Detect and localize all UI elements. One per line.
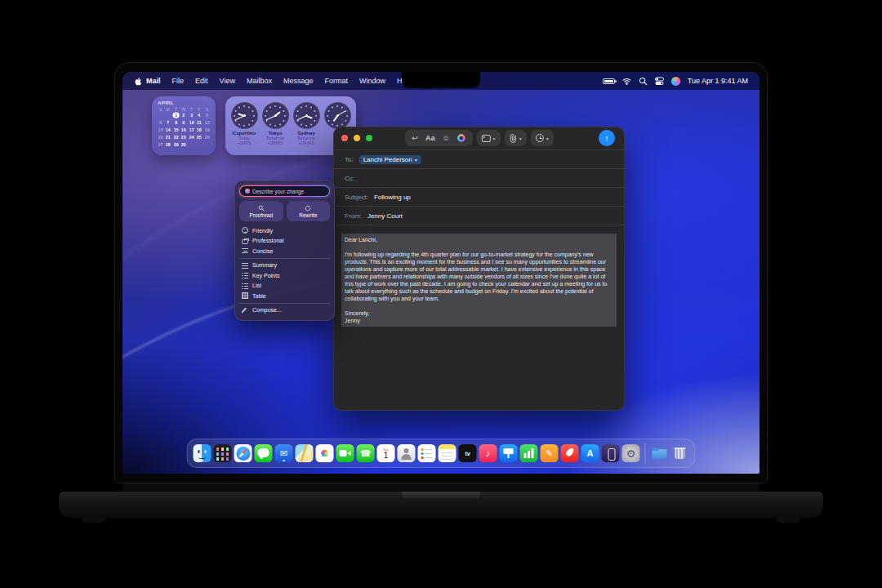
dock-icon-settings[interactable]: ⚙	[622, 444, 640, 462]
describe-change-input[interactable]: Describe your change	[239, 185, 330, 197]
calendar-day: 2	[180, 112, 187, 118]
dock-icon-facetime[interactable]	[336, 444, 354, 462]
dock-icon-phone[interactable]: ☎	[357, 444, 375, 462]
menu-item[interactable]: File	[172, 77, 185, 85]
clock-pin	[305, 114, 308, 117]
calendar-day: 25	[196, 134, 203, 140]
dock-icon-contacts[interactable]	[398, 444, 416, 462]
proofread-button[interactable]: Proofread	[239, 201, 283, 221]
calendar-day	[203, 141, 210, 147]
undo-icon[interactable]: ↩	[412, 135, 418, 142]
calendar-month-label: APRIL	[158, 100, 211, 105]
apple-menu-icon[interactable]	[134, 77, 143, 86]
clock-face-icon	[262, 102, 289, 129]
menu-item[interactable]: Message	[283, 77, 314, 85]
dock-icon-maps[interactable]	[296, 444, 314, 462]
briefcase-icon	[242, 239, 248, 244]
menu-item-friendly[interactable]: Friendly	[239, 225, 330, 236]
laptop-hinge	[122, 483, 760, 492]
calendar-day: 26	[203, 134, 210, 140]
calendar-day	[157, 112, 163, 118]
dock-icon-apple-tv[interactable]: tv	[459, 444, 477, 462]
dock-icon-rocket[interactable]	[561, 444, 579, 462]
running-indicator	[283, 460, 285, 462]
calendar-day: 8	[172, 119, 179, 125]
menu-item-label: Summary	[252, 262, 277, 268]
close-button[interactable]	[341, 135, 348, 141]
recipient-pill[interactable]: Lanchi Pederson ▾	[359, 155, 421, 164]
weekday-label: W	[180, 107, 187, 111]
emoji-icon[interactable]: ☺	[442, 135, 449, 142]
clock-day-label: Today	[232, 136, 257, 140]
smiley-icon	[242, 227, 248, 234]
to-label: To:	[345, 156, 354, 163]
subject-field[interactable]: Subject: Following up	[333, 187, 625, 206]
dock-icon-photos[interactable]	[316, 444, 334, 462]
dock-icon-music[interactable]: ♪	[479, 444, 497, 462]
dock-icon-finder[interactable]	[194, 444, 212, 462]
message-body[interactable]: Dear Lanchi, I'm following up regarding …	[333, 225, 625, 327]
dock-icon-launchpad[interactable]	[214, 444, 232, 462]
minimize-button[interactable]	[354, 135, 360, 141]
calendar-day: 23	[180, 134, 187, 140]
body-paragraph: I'm following up regarding the 4th quart…	[345, 251, 613, 302]
dock-icon-iphone-mirroring[interactable]	[602, 444, 620, 462]
search-icon[interactable]	[639, 77, 648, 86]
menu-item-concise[interactable]: Concise	[239, 246, 330, 256]
send-later-button[interactable]: ▾	[531, 130, 554, 146]
to-field[interactable]: To: Lanchi Pederson ▾	[333, 149, 625, 168]
menu-item[interactable]: Format	[324, 77, 348, 85]
menu-item-table[interactable]: Table	[239, 291, 330, 301]
menu-item-list[interactable]: List	[239, 281, 330, 292]
zoom-button[interactable]	[366, 135, 372, 141]
app-store-icon: A	[587, 449, 594, 458]
dock-icon-notes[interactable]	[439, 444, 457, 462]
proofread-label: Proofread	[249, 212, 273, 218]
menu-item[interactable]: View	[220, 77, 235, 85]
input-placeholder: Describe your change	[252, 189, 304, 194]
clock-pin	[274, 114, 277, 117]
cc-field[interactable]: Cc:	[333, 168, 625, 187]
calendar-day: 12	[203, 119, 210, 125]
dock-icon-numbers[interactable]	[520, 444, 538, 462]
menu-item[interactable]: Edit	[195, 77, 208, 85]
dock-icon-mail[interactable]: ✉	[275, 444, 293, 462]
dock-icon-keynote[interactable]	[500, 444, 518, 462]
menu-bar-status: Tue Apr 1 9:41 AM	[603, 77, 748, 86]
concise-icon	[242, 247, 248, 254]
send-button[interactable]: ↑	[599, 130, 615, 146]
menu-item[interactable]: Mailbox	[247, 77, 272, 85]
dock-icon-downloads[interactable]	[651, 444, 669, 462]
dock-icon-pages[interactable]: ✎	[541, 444, 559, 462]
menu-item-summary[interactable]: Summary	[239, 261, 330, 271]
dock-icon-trash[interactable]	[671, 444, 689, 462]
format-icon[interactable]: Aa	[425, 135, 435, 142]
menu-bar-clock[interactable]: Tue Apr 1 9:41 AM	[688, 77, 748, 85]
menu-item-compose[interactable]: Compose...	[239, 305, 330, 316]
dock-icon-reminders[interactable]	[418, 444, 436, 462]
calendar-day: 10	[188, 119, 194, 125]
from-field[interactable]: From: Jenny Court	[333, 206, 625, 225]
wifi-icon[interactable]	[622, 77, 631, 86]
calendar-widget[interactable]: APRIL SMTWTFS 1 2 3 4 5	[152, 96, 216, 155]
dock-icon-app-store[interactable]: A	[581, 444, 599, 462]
media-button[interactable]: ▾	[477, 130, 501, 146]
dock-icon-messages[interactable]	[255, 444, 273, 462]
world-clock: Sydney Tomorrow +18HRS	[292, 102, 321, 145]
apple-intelligence-icon[interactable]	[457, 134, 466, 142]
menu-item-key-points[interactable]: Key Points	[239, 270, 330, 281]
rewrite-label: Rewrite	[299, 212, 317, 218]
dock-icon-calendar[interactable]: Tue 1	[377, 444, 395, 462]
calendar-date-text: 1	[384, 452, 389, 460]
attachment-button[interactable]: ▾	[505, 130, 527, 146]
app-menus: Mail File Edit View Mailbox Message Form…	[146, 77, 412, 85]
control-center-icon[interactable]	[655, 77, 664, 86]
subject-label: Subject:	[345, 194, 368, 201]
dock-icon-safari[interactable]	[234, 444, 252, 462]
selected-text-block[interactable]: Dear Lanchi, I'm following up regarding …	[341, 234, 617, 327]
menu-item[interactable]: Mail	[146, 77, 161, 85]
rewrite-button[interactable]: Rewrite	[287, 201, 331, 221]
siri-icon[interactable]	[671, 77, 680, 86]
menu-item[interactable]: Window	[359, 77, 385, 85]
menu-item-professional[interactable]: Professional	[239, 236, 330, 247]
